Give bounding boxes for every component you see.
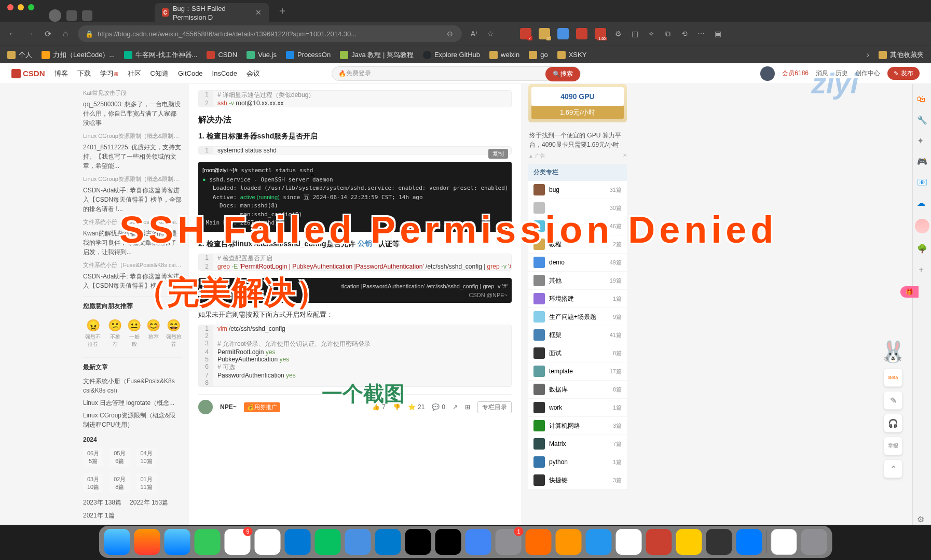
extension-2-icon[interactable]: 2 — [539, 28, 550, 39]
edge-settings-icon[interactable]: ⚙ — [917, 514, 927, 525]
dock-finder-icon[interactable] — [104, 529, 130, 555]
nav-inscode[interactable]: InsCode — [212, 69, 237, 77]
latest-article[interactable]: Linux CGroup资源限制（概念&限制进程CPU使用） — [83, 409, 182, 431]
dock-chrome-icon[interactable] — [255, 529, 281, 555]
sidebar-comment[interactable]: 2401_85112225: 优质好文，支持支持。【我也写了一些相关领域的文章，… — [83, 141, 182, 172]
assistant-character-icon[interactable]: 🐰 — [880, 340, 906, 364]
dock-edge-icon[interactable] — [285, 529, 311, 555]
dock-app4-icon[interactable] — [706, 529, 732, 555]
float-report[interactable]: 举报 — [884, 437, 902, 455]
gpu-ad[interactable]: 4090 GPU 1.69元/小时 — [528, 84, 627, 122]
dock-launchpad-icon[interactable] — [134, 529, 160, 555]
csdn-logo[interactable]: CSDN — [11, 69, 45, 78]
comment-button[interactable]: 💬 0 — [432, 403, 445, 411]
dock-safari-icon[interactable] — [165, 529, 190, 555]
refresh-button-icon[interactable]: ⟳ — [43, 29, 53, 39]
emoji-rating[interactable]: 😄强烈推荐 — [166, 319, 182, 348]
nav-cknow[interactable]: C知道 — [150, 69, 169, 78]
favorite-icon[interactable]: ☆ — [486, 29, 495, 38]
split-icon[interactable]: ◫ — [630, 29, 639, 38]
edge-tools-icon[interactable]: 🔧 — [917, 115, 927, 125]
column-menu-button[interactable]: 专栏目录 — [477, 401, 512, 413]
category-item[interactable]: 数据库8篇 — [528, 381, 627, 399]
bookmark-nowcoder[interactable]: 牛客网-找工作神器... — [124, 50, 197, 60]
nav-download[interactable]: 下载 — [77, 69, 91, 78]
share-button[interactable]: ↗ — [453, 403, 458, 411]
bookmark-github[interactable]: Explore GitHub — [423, 51, 480, 59]
dock-messages-icon[interactable] — [195, 529, 221, 555]
more-icon[interactable]: ⋯ — [696, 29, 706, 38]
dock-trash-icon[interactable] — [801, 529, 827, 555]
category-item[interactable]: 其他19篇 — [528, 272, 627, 290]
close-tab-icon[interactable]: ✕ — [255, 8, 262, 17]
edge-onedrive-icon[interactable]: ☁ — [917, 198, 927, 208]
edge-shopping-icon[interactable]: 🛍 — [917, 94, 927, 105]
star-button[interactable]: ⭐ 21 — [408, 403, 425, 411]
dock-vscode-icon[interactable] — [375, 529, 401, 555]
ad-text[interactable]: 终于找到一个便宜的 GPU 算力平台，4090显卡只需要1.69元/小时 — [528, 128, 627, 152]
category-item[interactable]: 生产问题+场景题9篇 — [528, 308, 627, 326]
category-item[interactable]: 框架41篇 — [528, 326, 627, 344]
sidebar-group-title[interactable]: 文件系统小册（Fuse&Posix&K8s csi）... — [83, 258, 182, 270]
dock-app1-icon[interactable] — [466, 529, 491, 555]
float-edit-icon[interactable]: ✎ — [884, 391, 902, 410]
dock-terminal-icon[interactable] — [435, 529, 461, 555]
emoji-rating[interactable]: 😊推荐 — [146, 319, 160, 348]
user-avatar[interactable] — [760, 66, 775, 81]
float-beta[interactable]: Beta — [884, 368, 902, 387]
dock-dingtalk-icon[interactable] — [345, 529, 371, 555]
copy-button[interactable]: 复制 — [488, 149, 508, 159]
dock-sublime-icon[interactable] — [556, 529, 582, 555]
sidebar-comment[interactable]: qq_52580303: 想多了，一台电脑没什么用，你自己带宽占满了人家都没啥事 — [83, 98, 182, 129]
edge-avatar-icon[interactable] — [915, 219, 929, 233]
archive-month[interactable]: 02月8篇 — [109, 473, 130, 493]
category-item[interactable]: template17篇 — [528, 362, 627, 381]
pink-bubble[interactable]: 🎁 — [900, 286, 919, 298]
category-item[interactable]: Matrix7篇 — [528, 435, 627, 453]
archive-year[interactable]: 2022年 153篇 — [130, 498, 168, 507]
archive-month[interactable]: 01月11篇 — [136, 473, 157, 493]
sidebar-group-title[interactable]: Kali常见攻击手段 — [83, 86, 182, 98]
search-input[interactable]: 🔥 免费登录 🔍 搜索 — [332, 66, 581, 81]
archive-year[interactable]: 2023年 138篇 — [83, 498, 121, 507]
bookmark-java[interactable]: Java 教程 | 菜鸟教程 — [340, 50, 414, 60]
extension-1-icon[interactable]: 7 — [520, 28, 531, 39]
collections-icon[interactable]: ✧ — [647, 29, 656, 38]
edge-tree-icon[interactable]: 🌳 — [917, 244, 927, 254]
latest-article[interactable]: Linux 日志管理 logrotate（概念... — [83, 397, 182, 409]
bookmark-weixin[interactable]: weixin — [489, 51, 519, 59]
category-item[interactable]: 快捷键3篇 — [528, 471, 627, 489]
dock-goland-icon[interactable] — [405, 529, 431, 555]
extension-4-icon[interactable] — [576, 28, 587, 39]
promo-tag[interactable]: 💰用券推广 — [244, 402, 280, 412]
create-link[interactable]: 创作中心 — [855, 69, 880, 78]
nav-meeting[interactable]: 会议 — [247, 69, 260, 78]
latest-article[interactable]: 文件系统小册（Fuse&Posix&K8s csi&K8s csi） — [83, 375, 182, 397]
edge-game-icon[interactable]: 🎮 — [917, 157, 927, 167]
edge-plus-icon[interactable]: ＋ — [917, 264, 927, 275]
author-name[interactable]: NPE~ — [220, 403, 237, 411]
publish-button[interactable]: ✎ 发布 — [887, 67, 920, 80]
workspace-icon[interactable] — [66, 10, 77, 21]
sidebar-group-title[interactable]: Linux CGroup资源限制（概念&限制进程... — [83, 172, 182, 184]
edge-outlook-icon[interactable]: 📧 — [917, 177, 927, 188]
bookmark-leetcode[interactable]: 力扣（LeetCode）... — [42, 50, 115, 60]
maximize-window-icon[interactable] — [28, 4, 34, 10]
category-item[interactable]: 计算机网络3篇 — [528, 417, 627, 435]
category-item[interactable]: bug31篇 — [528, 181, 627, 199]
float-headset-icon[interactable]: 🎧 — [884, 414, 902, 432]
dock-settings-icon[interactable]: 1 — [496, 529, 522, 555]
category-item[interactable]: work1篇 — [528, 399, 627, 417]
dock-docker-icon[interactable] — [586, 529, 612, 555]
dock-wechat-icon[interactable] — [315, 529, 341, 555]
dock-folder-icon[interactable] — [771, 529, 797, 555]
archive-month[interactable]: 04月10篇 — [136, 447, 157, 467]
read-aloud-icon[interactable]: A⁾ — [469, 29, 478, 38]
archive-month[interactable]: 05月6篇 — [109, 447, 130, 467]
archive-month[interactable]: 03月10篇 — [83, 473, 103, 493]
archive-month[interactable]: 06月5篇 — [83, 447, 103, 467]
panel-icon[interactable]: ▣ — [713, 29, 722, 38]
back-button-icon[interactable]: ← — [7, 29, 18, 38]
nav-gitcode[interactable]: GitCode — [178, 69, 203, 77]
category-item[interactable]: python1篇 — [528, 453, 627, 471]
